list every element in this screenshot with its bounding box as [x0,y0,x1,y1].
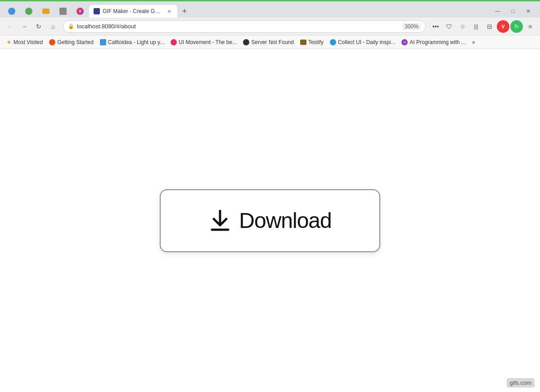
tab-close-button[interactable]: ✕ [166,8,173,15]
bookmark-ai-programming[interactable]: U AI Programming with ... [399,38,468,46]
shield-button[interactable]: 🛡 [443,20,455,33]
bookmark-server-not-found[interactable]: Server Not Found [240,38,297,46]
reload-button[interactable]: ↻ [32,20,45,33]
toolbar-right: ••• 🛡 ☆ ||| ⊟ V ↻ ≡ [429,20,536,33]
bookmark-most-visited[interactable]: ★ Most Visited [4,38,45,46]
page-content: Download gifs.com [0,49,540,392]
most-visited-icon: ★ [6,39,12,45]
vivaldi-icon: V [76,8,84,15]
tab-vivaldi[interactable]: V [72,5,88,18]
window-controls: — □ ✕ [491,5,538,18]
bookmark-star-button[interactable]: ☆ [456,20,469,33]
minimize-button[interactable]: — [491,5,504,18]
bookmark-ai-programming-label: AI Programming with ... [410,39,466,45]
github-icon [243,39,249,45]
bookmark-testify[interactable]: Testify [297,38,326,46]
download-button[interactable]: Download [160,189,380,252]
bookmark-most-visited-label: Most Visited [14,39,43,45]
reading-list-button[interactable]: ||| [470,20,482,33]
ai-programming-icon: U [401,39,408,45]
bookmark-ui-movement[interactable]: UI Movement - The be... [168,38,239,46]
bookmark-testify-label: Testify [308,39,324,45]
folder-icon [42,9,50,14]
collect-ui-icon [330,39,336,45]
tab-active[interactable]: GIF Maker - Create GIFs from V ✕ [89,5,177,18]
browser-window: V GIF Maker - Create GIFs from V ✕ + — □… [0,0,540,392]
close-button[interactable]: ✕ [522,5,535,18]
more-button[interactable]: ••• [429,20,442,33]
refresh-icon [25,8,32,15]
forward-button[interactable]: → [18,20,31,33]
menu-button[interactable]: ≡ [524,20,536,33]
title-bar: V GIF Maker - Create GIFs from V ✕ + — □… [0,1,540,18]
tab-globe[interactable] [4,5,20,18]
address-text: localhost:8080/#/about [77,23,400,30]
bookmark-getting-started-label: Getting Started [57,39,94,45]
noimg-icon [59,8,67,15]
maximize-button[interactable]: □ [507,5,519,18]
gif-maker-icon [94,8,100,14]
testify-icon [300,40,306,45]
getting-started-icon [49,39,55,45]
tab-noimg[interactable] [55,5,71,18]
vivaldi-menu-icon[interactable]: V [497,20,509,33]
sync-button[interactable]: ↻ [510,20,523,33]
bookmark-collect-ui[interactable]: Collect UI - Daily inspi... [327,38,398,46]
toolbar: ← → ↻ ⌂ 🔒 localhost:8080/#/about 300% ••… [0,18,540,36]
tabs-area: V GIF Maker - Create GIFs from V ✕ + [2,2,490,18]
bookmark-server-not-found-label: Server Not Found [251,39,294,45]
new-tab-button[interactable]: + [178,5,191,18]
tab-folder[interactable] [38,5,54,18]
bookmark-ui-movement-label: UI Movement - The be... [179,39,237,45]
download-button-label: Download [239,208,331,233]
bookmark-calltoidea[interactable]: Calltoidea - Light up y... [97,38,167,46]
globe-icon [8,8,15,15]
tab-active-label: GIF Maker - Create GIFs from V [103,8,161,14]
calltoidea-icon [100,39,106,45]
ui-movement-icon [171,39,177,45]
split-view-button[interactable]: ⊟ [483,20,496,33]
security-lock-icon: 🔒 [68,23,74,29]
address-bar[interactable]: 🔒 localhost:8080/#/about 300% [63,20,426,33]
tab-refresh[interactable] [21,5,37,18]
back-button[interactable]: ← [4,20,16,33]
bookmark-calltoidea-label: Calltoidea - Light up y... [108,39,164,45]
watermark: gifs.com [507,378,535,388]
download-icon-wrap [208,209,232,232]
bookmark-getting-started[interactable]: Getting Started [46,38,96,46]
bookmark-collect-ui-label: Collect UI - Daily inspi... [338,39,395,45]
bookmarks-bar: ★ Most Visited Getting Started Calltoide… [0,36,540,49]
watermark-text: gifs.com [510,379,531,386]
bookmarks-more-button[interactable]: » [469,38,478,46]
zoom-level: 300% [402,23,421,30]
home-button[interactable]: ⌂ [47,20,59,33]
download-icon [208,209,232,232]
